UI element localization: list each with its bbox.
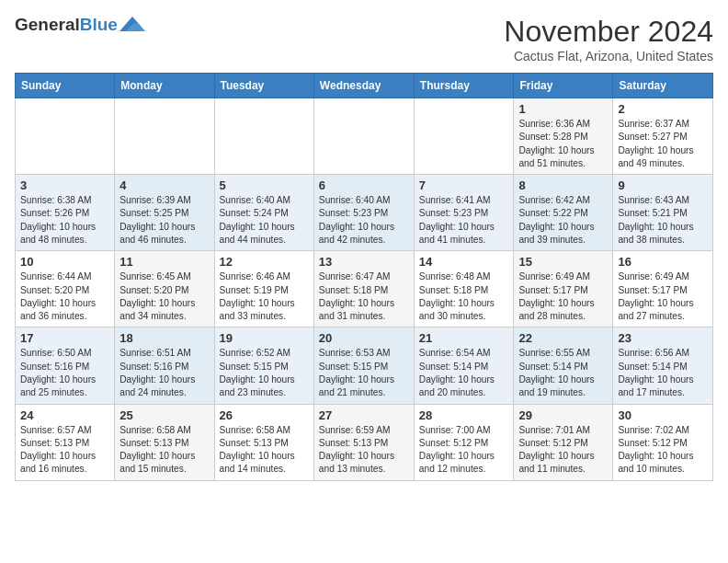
day-info: Sunrise: 6:58 AM Sunset: 5:13 PM Dayligh… [220,424,309,477]
day-info: Sunrise: 6:51 AM Sunset: 5:16 PM Dayligh… [119,347,209,399]
title-area: November 2024 Cactus Flat, Arizona, Unit… [504,15,713,63]
day-number: 30 [618,408,708,422]
calendar-cell: 1Sunrise: 6:36 AM Sunset: 5:28 PM Daylig… [514,98,613,175]
day-of-week-header: Tuesday [214,74,313,98]
day-info: Sunrise: 6:38 AM Sunset: 5:26 PM Dayligh… [20,194,109,247]
day-info: Sunrise: 6:50 AM Sunset: 5:16 PM Dayligh… [20,347,109,399]
calendar-cell: 17Sunrise: 6:50 AM Sunset: 5:16 PM Dayli… [16,327,115,404]
day-number: 17 [20,331,109,345]
calendar-cell: 28Sunrise: 7:00 AM Sunset: 5:12 PM Dayli… [414,404,514,480]
day-info: Sunrise: 6:45 AM Sunset: 5:20 PM Dayligh… [119,270,209,323]
day-info: Sunrise: 6:55 AM Sunset: 5:14 PM Dayligh… [518,347,608,399]
calendar-cell: 22Sunrise: 6:55 AM Sunset: 5:14 PM Dayli… [514,327,613,404]
logo-blue: Blue [80,15,118,34]
page-header: GeneralBlue November 2024 Cactus Flat, A… [15,15,713,63]
calendar-cell: 21Sunrise: 6:54 AM Sunset: 5:14 PM Dayli… [414,327,514,404]
day-info: Sunrise: 6:43 AM Sunset: 5:21 PM Dayligh… [618,194,708,247]
day-number: 29 [518,408,608,422]
location: Cactus Flat, Arizona, United States [504,49,713,63]
calendar-cell: 11Sunrise: 6:45 AM Sunset: 5:20 PM Dayli… [115,251,214,327]
calendar-cell: 6Sunrise: 6:40 AM Sunset: 5:23 PM Daylig… [313,175,414,251]
day-number: 20 [319,331,409,345]
day-info: Sunrise: 6:49 AM Sunset: 5:17 PM Dayligh… [518,270,608,323]
day-number: 11 [119,255,209,269]
day-info: Sunrise: 6:46 AM Sunset: 5:19 PM Dayligh… [220,270,309,323]
day-info: Sunrise: 6:54 AM Sunset: 5:14 PM Dayligh… [419,347,509,399]
calendar-header-row: SundayMondayTuesdayWednesdayThursdayFrid… [16,74,713,98]
logo-icon [119,15,145,33]
calendar-week-row: 1Sunrise: 6:36 AM Sunset: 5:28 PM Daylig… [16,98,713,175]
day-number: 23 [618,331,708,345]
day-number: 19 [220,331,309,345]
day-number: 12 [220,255,309,269]
day-number: 8 [518,178,608,192]
day-info: Sunrise: 6:56 AM Sunset: 5:14 PM Dayligh… [618,347,708,399]
calendar-cell: 8Sunrise: 6:42 AM Sunset: 5:22 PM Daylig… [514,175,613,251]
calendar-cell: 15Sunrise: 6:49 AM Sunset: 5:17 PM Dayli… [514,251,613,327]
day-of-week-header: Friday [514,74,613,98]
calendar-cell: 30Sunrise: 7:02 AM Sunset: 5:12 PM Dayli… [613,404,713,480]
calendar-cell: 29Sunrise: 7:01 AM Sunset: 5:12 PM Dayli… [514,404,613,480]
calendar-cell: 18Sunrise: 6:51 AM Sunset: 5:16 PM Dayli… [115,327,214,404]
calendar-cell: 26Sunrise: 6:58 AM Sunset: 5:13 PM Dayli… [214,404,313,480]
calendar-week-row: 17Sunrise: 6:50 AM Sunset: 5:16 PM Dayli… [16,327,713,404]
day-number: 24 [20,408,109,422]
calendar-cell: 12Sunrise: 6:46 AM Sunset: 5:19 PM Dayli… [214,251,313,327]
day-info: Sunrise: 7:00 AM Sunset: 5:12 PM Dayligh… [419,424,509,477]
day-number: 15 [518,255,608,269]
day-info: Sunrise: 6:53 AM Sunset: 5:15 PM Dayligh… [319,347,409,399]
calendar-cell: 4Sunrise: 6:39 AM Sunset: 5:25 PM Daylig… [115,175,214,251]
calendar-cell: 25Sunrise: 6:58 AM Sunset: 5:13 PM Dayli… [115,404,214,480]
day-info: Sunrise: 6:39 AM Sunset: 5:25 PM Dayligh… [119,194,209,247]
day-number: 28 [419,408,509,422]
calendar-cell: 13Sunrise: 6:47 AM Sunset: 5:18 PM Dayli… [313,251,414,327]
day-info: Sunrise: 6:36 AM Sunset: 5:28 PM Dayligh… [518,118,608,170]
day-info: Sunrise: 6:44 AM Sunset: 5:20 PM Dayligh… [20,270,109,323]
day-info: Sunrise: 6:48 AM Sunset: 5:18 PM Dayligh… [419,270,509,323]
day-number: 22 [518,331,608,345]
logo: GeneralBlue [15,15,145,33]
calendar-cell: 5Sunrise: 6:40 AM Sunset: 5:24 PM Daylig… [214,175,313,251]
calendar-cell: 3Sunrise: 6:38 AM Sunset: 5:26 PM Daylig… [16,175,115,251]
calendar-cell: 20Sunrise: 6:53 AM Sunset: 5:15 PM Dayli… [313,327,414,404]
day-info: Sunrise: 6:37 AM Sunset: 5:27 PM Dayligh… [618,118,708,170]
calendar-cell [313,98,414,175]
day-number: 4 [119,178,209,192]
day-of-week-header: Thursday [414,74,514,98]
day-number: 16 [618,255,708,269]
day-number: 2 [618,102,708,116]
calendar-cell [16,98,115,175]
day-number: 14 [419,255,509,269]
day-number: 5 [220,178,309,192]
calendar-cell [115,98,214,175]
day-number: 9 [618,178,708,192]
calendar-week-row: 3Sunrise: 6:38 AM Sunset: 5:26 PM Daylig… [16,175,713,251]
day-of-week-header: Saturday [613,74,713,98]
calendar-week-row: 10Sunrise: 6:44 AM Sunset: 5:20 PM Dayli… [16,251,713,327]
day-number: 1 [518,102,608,116]
day-info: Sunrise: 6:42 AM Sunset: 5:22 PM Dayligh… [518,194,608,247]
calendar-cell: 2Sunrise: 6:37 AM Sunset: 5:27 PM Daylig… [613,98,713,175]
calendar-week-row: 24Sunrise: 6:57 AM Sunset: 5:13 PM Dayli… [16,404,713,480]
logo-general: General [15,15,80,34]
day-info: Sunrise: 6:47 AM Sunset: 5:18 PM Dayligh… [319,270,409,323]
day-number: 25 [119,408,209,422]
day-number: 10 [20,255,109,269]
day-info: Sunrise: 6:40 AM Sunset: 5:23 PM Dayligh… [319,194,409,247]
day-number: 13 [319,255,409,269]
day-info: Sunrise: 6:52 AM Sunset: 5:15 PM Dayligh… [220,347,309,399]
calendar: SundayMondayTuesdayWednesdayThursdayFrid… [15,73,713,481]
day-number: 26 [220,408,309,422]
day-number: 21 [419,331,509,345]
calendar-cell: 14Sunrise: 6:48 AM Sunset: 5:18 PM Dayli… [414,251,514,327]
calendar-cell [414,98,514,175]
day-number: 27 [319,408,409,422]
day-of-week-header: Sunday [16,74,115,98]
calendar-cell: 19Sunrise: 6:52 AM Sunset: 5:15 PM Dayli… [214,327,313,404]
calendar-cell: 7Sunrise: 6:41 AM Sunset: 5:23 PM Daylig… [414,175,514,251]
day-info: Sunrise: 6:41 AM Sunset: 5:23 PM Dayligh… [419,194,509,247]
day-number: 6 [319,178,409,192]
calendar-cell: 9Sunrise: 6:43 AM Sunset: 5:21 PM Daylig… [613,175,713,251]
day-info: Sunrise: 6:40 AM Sunset: 5:24 PM Dayligh… [220,194,309,247]
day-info: Sunrise: 6:59 AM Sunset: 5:13 PM Dayligh… [319,424,409,477]
